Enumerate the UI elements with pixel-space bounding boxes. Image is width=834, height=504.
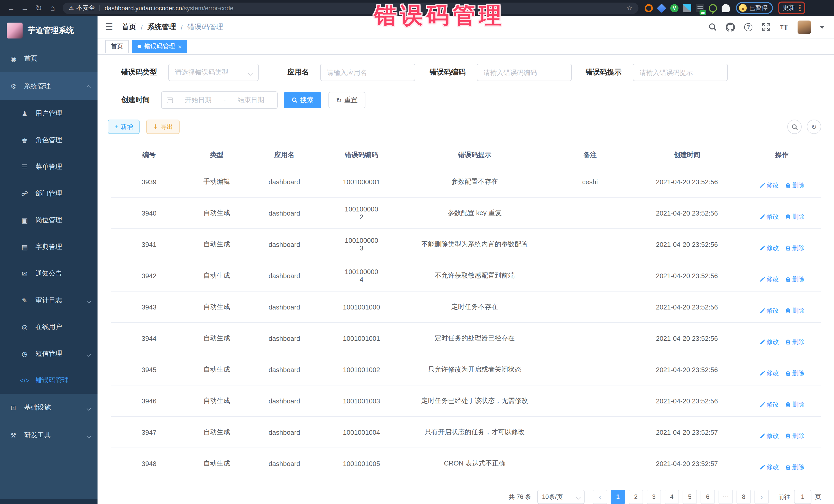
extension-orange-ring-icon[interactable] [644,4,653,12]
extension-figure-icon[interactable] [722,4,730,12]
user-menu-caret-icon[interactable] [820,26,825,29]
next-page-button[interactable]: › [754,490,769,504]
bookmark-star-icon[interactable]: ☆ [627,4,632,12]
edit-icon [759,183,765,188]
page-number-button[interactable]: 4 [665,490,679,504]
search-button[interactable]: 搜索 [284,92,321,108]
page-number-button[interactable]: 1 [611,490,625,504]
user-avatar[interactable] [797,21,811,34]
tab-close-icon[interactable]: × [178,44,182,50]
sidebar-item[interactable]: ✎ 审计日志 [0,287,97,313]
delete-link[interactable]: 删除 [785,338,805,346]
font-size-icon[interactable]: TT [780,23,789,32]
date-end-input[interactable]: 结束日期 [230,95,272,105]
sidebar-item[interactable]: ✉ 通知公告 [0,260,97,287]
sidebar-item[interactable]: ◉ 首页 [0,45,97,72]
sidebar-item[interactable]: ⚙ 系统管理 [0,72,97,100]
delete-link[interactable]: 删除 [785,432,805,440]
edit-link[interactable]: 修改 [759,244,779,253]
forward-icon[interactable]: → [18,2,32,14]
delete-link[interactable]: 删除 [785,369,805,378]
date-start-input[interactable]: 开始日期 [177,95,219,105]
divider [99,5,100,11]
delete-link[interactable]: 删除 [785,181,805,190]
sidebar-item[interactable]: ⊡ 基础设施 [0,394,97,421]
error-hint-input[interactable] [633,64,728,81]
paused-label: 已暂停 [749,4,768,12]
address-bar[interactable]: ⚠ 不安全 dashboard.yudao.iocoder.cn /system… [63,2,638,14]
add-button[interactable]: + 新增 [108,119,139,134]
page-tab[interactable]: 首页 [105,40,129,53]
edit-link[interactable]: 修改 [759,181,779,190]
breadcrumb-item[interactable]: 系统管理 [147,23,176,32]
extension-key-icon[interactable] [709,4,717,12]
sidebar-item[interactable]: ▤ 字典管理 [0,234,97,260]
cell-time: 2021-04-20 23:52:56 [631,354,743,385]
url-domain: dashboard.yudao.iocoder.cn [105,4,182,12]
github-icon[interactable] [726,23,735,32]
extension-list-icon[interactable]: on [696,4,704,12]
sidebar-item[interactable]: ◎ 在线用户 [0,313,97,340]
goto-page-input[interactable] [794,490,811,504]
extension-grid-icon[interactable] [683,4,691,12]
sidebar-item[interactable]: ♟ 用户管理 [0,100,97,127]
app-name-input[interactable] [320,64,415,81]
page-number-button[interactable]: 2 [629,490,643,504]
delete-link[interactable]: 删除 [785,213,805,221]
sidebar-item[interactable]: ⚒ 研发工具 [0,421,97,449]
export-button[interactable]: ⬇ 导出 [146,119,180,134]
home-icon[interactable]: ⌂ [46,2,60,14]
page-size-select[interactable]: 10条/页 [537,490,585,504]
page-number-button[interactable]: 8 [737,490,751,504]
toggle-search-button[interactable] [787,119,802,134]
edit-link[interactable]: 修改 [759,306,779,315]
page-number-button[interactable]: 5 [683,490,697,504]
delete-link[interactable]: 删除 [785,463,805,472]
app-logo-row[interactable]: 芋道管理系统 [0,16,97,45]
sidebar-item[interactable]: ☰ 菜单管理 [0,153,97,180]
edit-link[interactable]: 修改 [759,213,779,221]
sidebar-item[interactable]: </> 错误码管理 [0,367,97,394]
delete-icon [785,433,791,439]
edit-link[interactable]: 修改 [759,369,779,378]
delete-link[interactable]: 删除 [785,400,805,409]
reset-button[interactable]: ↻ 重置 [328,92,366,108]
delete-link[interactable]: 删除 [785,306,805,315]
delete-link[interactable]: 删除 [785,244,805,253]
error-code-input[interactable] [477,64,572,81]
sidebar-item[interactable]: ♚ 角色管理 [0,127,97,153]
edit-link[interactable]: 修改 [759,463,779,472]
sidebar-collapse-bar[interactable] [0,499,97,504]
search-icon[interactable] [708,23,717,32]
back-icon[interactable]: ← [4,2,18,14]
hamburger-icon[interactable]: ☰ [105,22,113,32]
edit-link[interactable]: 修改 [759,338,779,346]
browser-menu-icon[interactable] [799,5,800,11]
fullscreen-icon[interactable] [762,23,771,32]
date-range-picker[interactable]: 开始日期 - 结束日期 [161,91,278,109]
error-type-select[interactable]: 请选择错误码类型 [168,64,259,81]
security-label[interactable]: 不安全 [76,4,95,12]
help-icon[interactable]: ? [744,23,753,32]
sidebar-item[interactable]: ◷ 短信管理 [0,340,97,367]
browser-update-button[interactable]: 更新 [778,2,805,14]
edit-link[interactable]: 修改 [759,400,779,409]
breadcrumb-item[interactable]: 错误码管理 [187,23,223,32]
page-number-button[interactable]: 6 [701,490,715,504]
edit-link[interactable]: 修改 [759,432,779,440]
sidebar-item[interactable]: ☍ 部门管理 [0,180,97,207]
cell-time: 2021-04-20 23:52:56 [631,197,743,229]
reload-icon[interactable]: ↻ [32,2,46,14]
prev-page-button[interactable]: ‹ [593,490,607,504]
refresh-button[interactable]: ↻ [807,119,821,134]
profile-paused-badge[interactable]: 已暂停 [736,2,773,14]
extension-blue-gem-icon[interactable] [657,3,666,13]
page-tab[interactable]: 错误码管理 × [132,40,187,53]
edit-link[interactable]: 修改 [759,275,779,284]
sidebar-item[interactable]: ▣ 岗位管理 [0,207,97,234]
page-number-button[interactable]: ⋯ [719,490,733,504]
delete-link[interactable]: 删除 [785,275,805,284]
extension-green-v-icon[interactable]: V [670,4,679,12]
breadcrumb-item[interactable]: 首页 [122,23,136,32]
page-number-button[interactable]: 3 [647,490,661,504]
